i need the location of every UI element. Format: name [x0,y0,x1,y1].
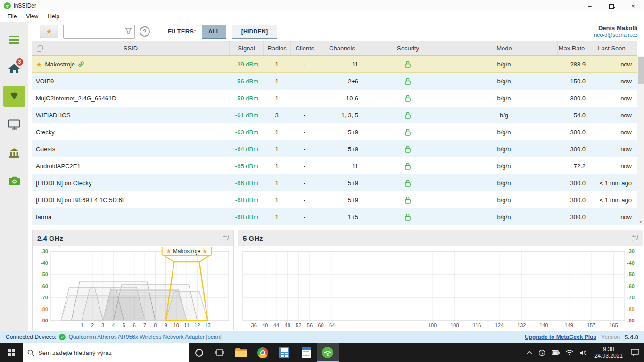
lastseen-value: < 1 min ago [586,191,637,208]
table-rows: ★ Makostroje -39 dBm 1 - 11 b/g/n 288.9 … [32,56,637,225]
close-button[interactable]: × [622,0,644,11]
svg-text:7: 7 [143,322,146,328]
lock-icon [405,196,411,204]
chrome-icon [257,347,268,358]
channels-value: 1, 3, 5 [319,107,365,123]
network-row[interactable]: ★ farma -68 dBm 1 - 1+5 b/g/n 300.0 now [32,208,637,225]
favorites-filter-button[interactable]: ★ [40,25,58,38]
header-mode[interactable]: Mode [451,41,557,55]
menu-toggle-button[interactable] [3,29,25,50]
svg-text:-70: -70 [41,295,48,300]
radios-value: 1 [263,73,290,90]
header-lastseen[interactable]: Last Seen [586,41,637,55]
network-row[interactable]: ★ Guests -64 dBm 1 - 5+9 b/g/n 300.0 now [32,140,637,157]
svg-text:124: 124 [495,322,504,328]
action-center-icon[interactable] [631,349,639,356]
filter-all-button[interactable]: ALL [202,25,226,39]
copy-icon[interactable] [223,235,229,241]
svg-text:-80: -80 [627,306,635,312]
cortana-button[interactable] [189,343,209,362]
ssid-filter-input[interactable] [63,25,135,39]
scrollbar-down-arrow[interactable]: ▼ [637,219,644,225]
tray-volume-icon[interactable] [579,350,586,356]
user-block[interactable]: Denis Makolli neo-d@seznam.cz [594,25,637,39]
security-cell [365,123,451,140]
maxrate-value: 72.2 [557,157,586,174]
folder-icon [235,348,247,357]
chrome-button[interactable] [252,343,273,362]
chart-24ghz-title: 2.4 GHz [37,234,63,242]
filter-hidden-button[interactable]: [HIDDEN] [232,25,277,39]
svg-text:157: 157 [587,322,595,328]
ssid-label: MujO2Internet_2.4G_66461D [36,95,116,102]
minimize-button[interactable]: – [579,0,601,11]
menu-view[interactable]: View [21,12,43,21]
copy-icon[interactable] [632,235,638,241]
sidebar-item-networks[interactable] [3,86,25,107]
tray-battery-icon[interactable] [552,350,560,355]
sidebar-item-buildings[interactable] [3,142,25,163]
signal-value: -68 dBm [229,208,263,225]
svg-text:140: 140 [539,322,548,328]
table-scrollbar[interactable]: ▼ [637,56,644,225]
taskbar-search[interactable] [23,343,189,362]
inssider-taskbar-button[interactable] [317,343,339,362]
mode-value: b/g/n [451,174,557,191]
calculator-button[interactable] [273,343,295,362]
svg-text:36: 36 [251,322,257,328]
header-signal[interactable]: Signal [229,41,263,55]
header-maxrate[interactable]: Max Rate [557,41,586,55]
clients-value: - [290,191,319,208]
task-view-button[interactable] [209,343,230,362]
security-cell [365,140,451,157]
restore-button[interactable] [601,0,622,11]
menu-help[interactable]: Help [43,12,64,21]
ssid-label: Makostroje [45,61,75,68]
security-cell [365,73,451,90]
maxrate-value: 300.0 [557,208,586,225]
document-icon [302,347,311,358]
network-row[interactable]: ★ Ctecky -63 dBm 1 - 5+9 b/g/n 300.0 now [32,123,637,140]
file-explorer-button[interactable] [230,343,252,362]
network-row[interactable]: ★ MujO2Internet_2.4G_66461D -59 dBm 1 - … [32,90,637,107]
upgrade-link[interactable]: Upgrade to MetaGeek Plus [525,334,596,340]
check-circle-icon: ✓ [59,334,66,340]
svg-text:9: 9 [165,322,167,328]
network-row[interactable]: ★ [HIDDEN] on Ctecky -66 dBm 1 - 5+9 b/g… [32,174,637,191]
lock-icon [405,162,411,170]
header-ssid[interactable]: SSID [32,41,229,55]
header-channels[interactable]: Channels [319,41,365,55]
header-clients[interactable]: Clients [290,41,319,55]
header-radios[interactable]: Radios [263,41,290,55]
lastseen-value: now [586,107,637,123]
help-button[interactable]: ? [140,26,150,37]
tray-wifi-icon[interactable] [566,350,573,355]
sidebar-item-snapshot[interactable] [3,171,25,191]
taskbar-clock[interactable]: 9:38 24.03.2021 [593,346,625,360]
network-row[interactable]: ★ [HIDDEN] on B8:69:F4:1C:5D:6E -68 dBm … [32,191,637,208]
scrollbar-thumb[interactable] [638,57,644,84]
taskbar-search-input[interactable] [38,349,184,356]
header-security[interactable]: Security [365,41,451,55]
adapter-link[interactable]: Qualcomm Atheros AR956x Wireless Network… [68,334,221,340]
network-row[interactable]: ★ AndroidAPC2E1 -65 dBm 1 - 11 b/g/n 72.… [32,157,637,174]
start-button[interactable] [0,343,23,362]
copy-icon[interactable] [37,45,43,52]
tray-expand-chevron[interactable] [527,351,532,354]
svg-text:5: 5 [123,322,125,328]
svg-text:-90: -90 [627,318,635,323]
sidebar-item-display[interactable] [3,114,25,135]
network-row[interactable]: ★ Makostroje -39 dBm 1 - 11 b/g/n 288.9 … [32,56,637,73]
svg-text:116: 116 [473,322,481,328]
menu-file[interactable]: File [3,12,21,21]
link-icon [78,61,84,67]
document-app-button[interactable] [295,343,317,362]
network-row[interactable]: ★ WIFIADHOS -61 dBm 3 - 1, 3, 5 b/g 54.0… [32,107,637,123]
tray-clock-icon[interactable] [538,349,545,356]
menubar: File View Help [0,11,644,22]
clients-value: - [290,208,319,225]
favorite-star-icon: ★ [36,61,42,68]
sidebar-item-home[interactable]: 3 [3,58,25,78]
network-row[interactable]: ★ VOIP9 -56 dBm 1 - 2+6 b/g/n 150.0 now [32,73,637,90]
signal-value: -68 dBm [229,191,263,208]
